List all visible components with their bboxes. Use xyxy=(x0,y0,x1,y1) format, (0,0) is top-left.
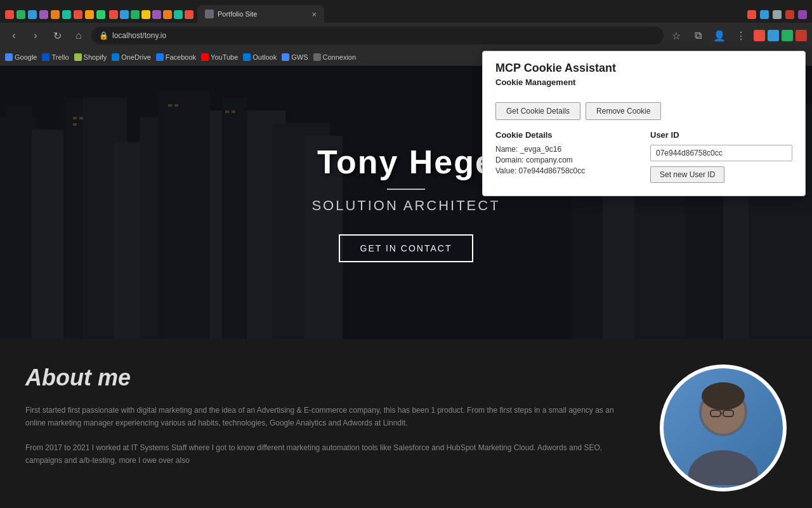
bookmark-label: OneDrive xyxy=(121,53,150,61)
about-section: About me First started first passionate … xyxy=(0,339,812,508)
user-id-label: User ID xyxy=(650,130,792,140)
cookie-details-col: Cookie Details Name: _evga_9c16 Domain: … xyxy=(495,130,638,177)
back-btn[interactable]: ‹ xyxy=(5,27,23,44)
cookie-value: Value: 07e944d86758c0cc xyxy=(495,166,638,175)
user-id-input[interactable] xyxy=(650,145,792,161)
bookmark-label: GWS xyxy=(291,53,308,61)
tab-favicon xyxy=(205,10,214,18)
bookmark-label: Outlook xyxy=(252,53,277,61)
remove-cookie-btn[interactable]: Remove Cookie xyxy=(586,102,661,120)
dialog-section-title: Cookie Management xyxy=(495,77,792,87)
profile-btn[interactable]: 👤 xyxy=(710,27,728,44)
home-btn[interactable]: ⌂ xyxy=(70,27,88,44)
lock-icon: 🔒 xyxy=(99,31,108,40)
about-text-1: First started first passionate with digi… xyxy=(25,404,634,430)
bookmark-trello[interactable]: Trello xyxy=(42,53,69,61)
cookie-details-label: Cookie Details xyxy=(495,130,638,140)
about-title: About me xyxy=(25,364,634,391)
address-bar[interactable]: 🔒 localhost/tony.io xyxy=(91,27,664,44)
reload-btn[interactable]: ↻ xyxy=(48,27,66,44)
tab-close-btn[interactable]: × xyxy=(311,10,317,19)
bookmark-gws[interactable]: GWS xyxy=(282,53,308,61)
bookmark-label: Trello xyxy=(51,53,69,61)
bookmark-btn[interactable]: ☆ xyxy=(667,27,685,44)
tab-bar: Portfolio Site × xyxy=(0,0,812,23)
active-tab[interactable]: Portfolio Site × xyxy=(197,5,324,23)
dialog-title: MCP Cookie Assistant xyxy=(495,62,792,75)
dialog-content-row: Cookie Details Name: _evga_9c16 Domain: … xyxy=(495,130,792,183)
svg-point-34 xyxy=(702,382,745,410)
dialog-header: MCP Cookie Assistant Cookie Management xyxy=(483,51,805,97)
bookmark-google[interactable]: Google xyxy=(5,53,37,61)
bookmark-connexion[interactable]: Connexion xyxy=(313,53,357,61)
forward-btn[interactable]: › xyxy=(27,27,44,44)
menu-btn[interactable]: ⋮ xyxy=(732,27,750,44)
hero-subtitle: Solution Architect xyxy=(311,197,500,214)
dialog-body: Get Cookie Details Remove Cookie Cookie … xyxy=(483,97,805,196)
bookmark-label: Google xyxy=(15,53,37,61)
bookmark-label: Facebook xyxy=(166,53,196,61)
tab-icons-row xyxy=(5,10,105,23)
dialog-action-buttons: Get Cookie Details Remove Cookie xyxy=(495,102,792,120)
user-id-col: User ID Set new User ID xyxy=(650,130,792,183)
address-text: localhost/tony.io xyxy=(112,31,656,40)
get-cookie-details-btn[interactable]: Get Cookie Details xyxy=(495,102,580,120)
bookmark-youtube[interactable]: YouTube xyxy=(201,53,238,61)
mcp-cookie-dialog: MCP Cookie Assistant Cookie Management G… xyxy=(482,51,806,196)
bookmark-label: Shopify xyxy=(84,53,107,61)
browser-toolbar: ‹ › ↻ ⌂ 🔒 localhost/tony.io ☆ ⧉ 👤 ⋮ xyxy=(0,23,812,48)
contact-btn[interactable]: Get in Contact xyxy=(339,234,474,262)
cookie-domain: Domain: company.com xyxy=(495,156,638,164)
bookmark-facebook[interactable]: Facebook xyxy=(156,53,196,61)
hero-divider xyxy=(387,189,425,190)
avatar-svg xyxy=(666,371,780,485)
avatar xyxy=(660,364,787,491)
extensions-btn[interactable]: ⧉ xyxy=(689,27,707,44)
svg-point-32 xyxy=(688,450,758,485)
cookie-name: Name: _evga_9c16 xyxy=(495,145,638,154)
bookmark-label: YouTube xyxy=(211,53,238,61)
tab-title: Portfolio Site xyxy=(218,10,257,18)
about-text-col: About me First started first passionate … xyxy=(25,364,634,467)
set-user-id-btn[interactable]: Set new User ID xyxy=(650,166,724,183)
bookmark-outlook[interactable]: Outlook xyxy=(243,53,277,61)
bookmark-onedrive[interactable]: OneDrive xyxy=(112,53,150,61)
hero-name: Tony Hege xyxy=(317,143,495,181)
bookmark-label: Connexion xyxy=(323,53,357,61)
bookmark-shopify[interactable]: Shopify xyxy=(74,53,107,61)
about-text-2: From 2017 to 2021 I worked at IT Systems… xyxy=(25,441,634,467)
